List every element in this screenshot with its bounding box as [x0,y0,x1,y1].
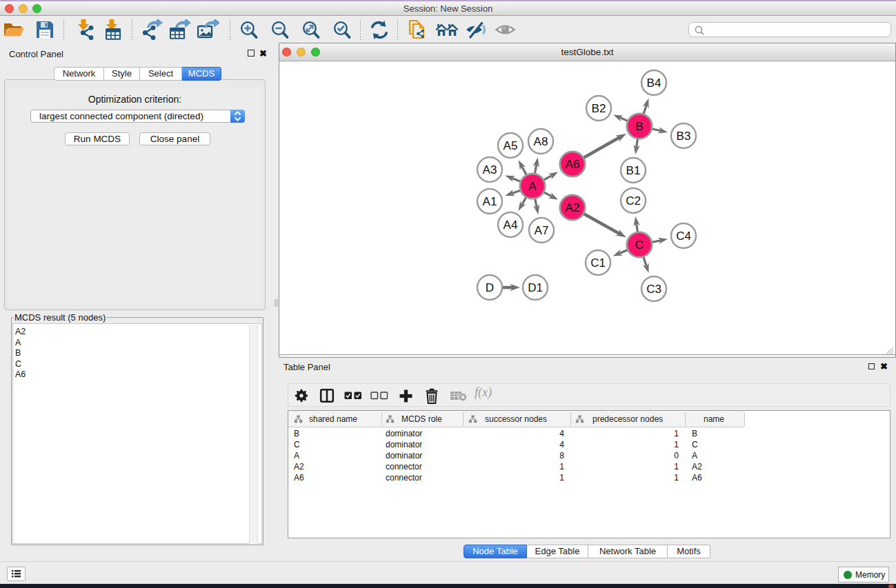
svg-text:B2: B2 [592,102,606,115]
svg-text:A7: A7 [535,224,549,237]
svg-text:C4: C4 [676,230,691,243]
svg-text:C3: C3 [646,283,661,296]
svg-text:B1: B1 [626,164,641,177]
svg-text:A8: A8 [534,135,548,148]
svg-text:A5: A5 [504,139,518,152]
svg-text:D1: D1 [528,281,543,294]
svg-text:C2: C2 [626,194,641,207]
svg-text:B: B [635,120,643,133]
svg-text:A: A [528,180,537,193]
svg-text:D: D [486,281,494,294]
svg-text:A3: A3 [483,163,497,176]
svg-text:A1: A1 [483,195,497,208]
svg-text:A6: A6 [566,158,580,171]
svg-text:C1: C1 [590,256,606,270]
svg-text:A4: A4 [504,219,518,232]
svg-text:C: C [635,239,644,252]
svg-text:B3: B3 [677,130,691,143]
svg-text:B4: B4 [647,77,661,90]
svg-text:A2: A2 [566,201,580,214]
